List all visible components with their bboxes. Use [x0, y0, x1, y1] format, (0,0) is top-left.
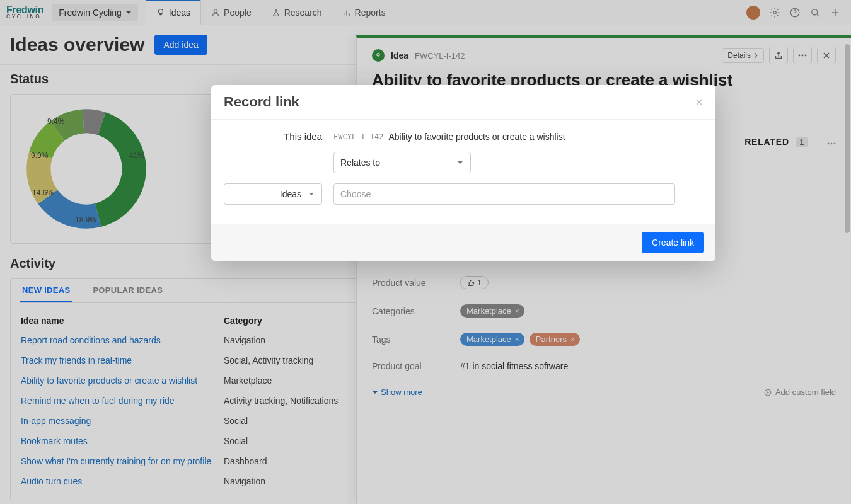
create-link-button[interactable]: Create link	[642, 232, 704, 253]
record-type-select[interactable]: Ideas	[224, 183, 322, 205]
modal-idea-title: Ability to favorite products or create a…	[388, 132, 565, 142]
modal-idea-ref: FWCYL-I-142	[333, 132, 383, 141]
this-idea-label: This idea	[224, 131, 333, 142]
modal-close-button[interactable]: ×	[695, 95, 703, 110]
modal-title: Record link	[224, 94, 299, 110]
relation-select[interactable]: Relates to	[333, 152, 471, 173]
choose-placeholder: Choose	[340, 189, 371, 199]
record-link-modal: Record link × This idea FWCYL-I-142 Abil…	[211, 85, 715, 261]
record-type-value: Ideas	[280, 189, 301, 199]
relation-value: Relates to	[340, 158, 380, 168]
choose-record-input[interactable]: Choose	[333, 183, 675, 205]
chevron-down-icon	[456, 159, 464, 166]
chevron-down-icon	[308, 190, 315, 198]
